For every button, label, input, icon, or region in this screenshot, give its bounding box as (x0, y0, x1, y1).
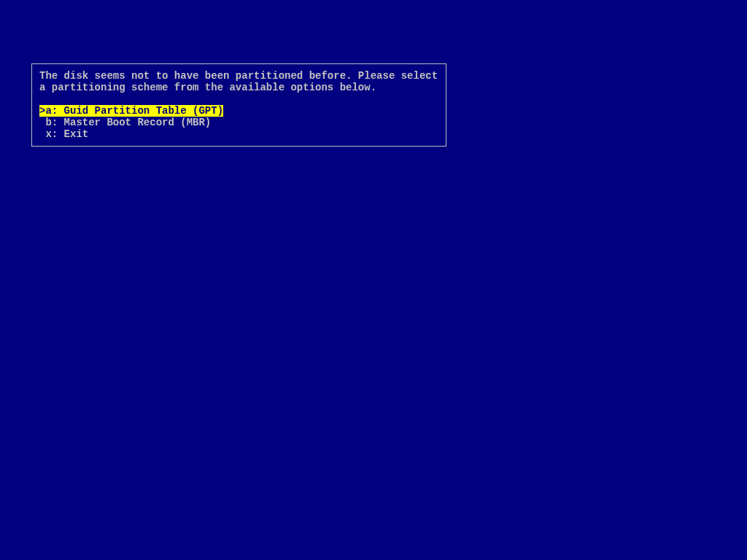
menu-item-label: a: Guid Partition Table (GPT) (45, 105, 223, 117)
prompt-line-1: The disk seems not to have been partitio… (39, 70, 438, 82)
prompt-line-2: a partitioning scheme from the available… (39, 82, 438, 93)
partition-dialog: The disk seems not to have been partitio… (31, 63, 446, 147)
menu-item-exit[interactable]: x: Exit (39, 128, 438, 140)
partition-menu: >a: Guid Partition Table (GPT) b: Master… (39, 105, 438, 140)
menu-item-gpt[interactable]: >a: Guid Partition Table (GPT) (39, 105, 438, 117)
menu-item-mbr[interactable]: b: Master Boot Record (MBR) (39, 117, 438, 128)
